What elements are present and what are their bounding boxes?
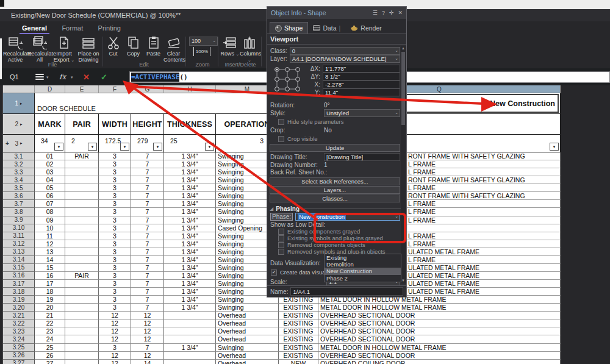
cell-mark[interactable]: 13 bbox=[35, 248, 65, 256]
cell-thickness[interactable]: 1 3/4" bbox=[164, 248, 216, 256]
phase-option-phase-2[interactable]: Phase 2 bbox=[325, 275, 401, 282]
cell-width[interactable]: 3 bbox=[99, 152, 131, 160]
cell-height[interactable]: 7 bbox=[131, 216, 164, 224]
column-title-mark[interactable]: MARK bbox=[35, 114, 65, 135]
row-number[interactable]: 3.4 bbox=[3, 176, 35, 184]
class-dropdown[interactable]: 0⌄ bbox=[290, 47, 400, 55]
row-number[interactable]: 3.27 bbox=[3, 360, 35, 364]
cell-height[interactable]: 7 bbox=[131, 184, 164, 192]
cell-height[interactable]: 7 bbox=[131, 344, 164, 352]
cell-pair[interactable] bbox=[65, 288, 99, 296]
drawing-title-field[interactable]: [Drawing Title] bbox=[324, 153, 400, 161]
place-on-drawing-button[interactable]: Place onDrawing bbox=[76, 36, 101, 63]
cut-button[interactable]: Cut bbox=[103, 36, 123, 57]
cell-width[interactable]: 3 bbox=[99, 216, 131, 224]
cell-thickness[interactable]: 1 3/4" bbox=[164, 296, 216, 304]
cell-pair[interactable]: PAIR bbox=[65, 272, 99, 280]
select-back-references-button[interactable]: Select Back References... bbox=[270, 177, 400, 185]
row-number[interactable]: 3.25 bbox=[3, 344, 35, 352]
filter-cell-height[interactable]: 279▼ bbox=[131, 135, 164, 152]
phase-option-demolition[interactable]: Demolition bbox=[325, 261, 401, 268]
cell-thickness[interactable]: 1 3/4" bbox=[164, 168, 216, 176]
phasing-section-header[interactable]: ◢ Phasing bbox=[267, 205, 406, 212]
cell-height[interactable]: 12 bbox=[131, 319, 164, 327]
row-number[interactable]: 3.12 bbox=[3, 240, 35, 248]
ribbon-tab-general[interactable]: General bbox=[20, 23, 49, 34]
column-header-d[interactable]: D bbox=[35, 85, 65, 93]
cell-phase[interactable]: EXISTING bbox=[279, 319, 318, 327]
palette-titlebar[interactable]: Object Info - Shape ☰ ? ✛ ✕ bbox=[267, 7, 406, 19]
cell-mark[interactable]: 27 bbox=[35, 360, 65, 364]
phase-dropdown[interactable]: New Construction⌄ bbox=[295, 213, 400, 221]
cell-desc[interactable]: OVERHEAD COILING DOOR bbox=[318, 360, 561, 364]
cell-height[interactable]: 7 bbox=[131, 296, 164, 304]
cell-thickness[interactable] bbox=[164, 312, 216, 319]
row-number[interactable]: 3.7 bbox=[3, 200, 35, 208]
cell-pair[interactable] bbox=[65, 280, 99, 288]
filter-button-mark[interactable]: ▼ bbox=[54, 143, 63, 151]
cell-pair[interactable] bbox=[65, 335, 99, 343]
cell-mark[interactable]: 21 bbox=[35, 312, 65, 319]
filter-button-thickness[interactable]: ▼ bbox=[205, 143, 214, 151]
cell-width[interactable]: 12 bbox=[99, 327, 131, 335]
tab-data[interactable]: Data | bbox=[308, 23, 345, 34]
zoom-fit-icon[interactable]: 100% bbox=[193, 47, 210, 56]
column-title-thickness[interactable]: THICKNESS bbox=[164, 114, 216, 135]
row-number[interactable]: 3.15 bbox=[3, 264, 35, 272]
cell-pair[interactable] bbox=[65, 200, 99, 208]
copy-button[interactable]: Copy bbox=[123, 36, 143, 57]
columns-button[interactable]: Columns ⌄ bbox=[240, 36, 259, 63]
cell-width[interactable]: 3 bbox=[99, 184, 131, 192]
cell-thickness[interactable]: 1 3/4" bbox=[164, 304, 216, 312]
cell-mark[interactable]: 15 bbox=[35, 264, 65, 272]
cell-phase[interactable]: EXISTING bbox=[279, 304, 318, 312]
cell-desc[interactable]: OVERHEAD SECTIONAL DOOR bbox=[318, 327, 561, 335]
filter-button-desc[interactable]: ▼ bbox=[550, 143, 559, 151]
cell-mark[interactable]: 09 bbox=[35, 216, 65, 224]
cell-mark[interactable]: 05 bbox=[35, 184, 65, 192]
column-header-blank[interactable] bbox=[3, 85, 35, 93]
column-title-pair[interactable]: PAIR bbox=[65, 114, 99, 135]
phase-option-new-construction[interactable]: New Construction bbox=[325, 268, 401, 274]
cell-thickness[interactable]: 1 3/4" bbox=[164, 208, 216, 216]
removed-symbols-checkbox[interactable] bbox=[278, 249, 284, 255]
column-header-e[interactable]: E bbox=[65, 85, 99, 93]
cell-operation[interactable]: Swinging bbox=[216, 344, 279, 352]
cell-pair[interactable] bbox=[65, 312, 99, 319]
help-icon[interactable]: ? bbox=[382, 10, 385, 16]
function-chevron-icon[interactable]: ▾ bbox=[71, 75, 73, 80]
cell-pair[interactable] bbox=[65, 192, 99, 200]
cell-pair[interactable] bbox=[65, 327, 99, 335]
filter-cell-pair[interactable]: 2▼ bbox=[65, 135, 99, 152]
cell-phase[interactable]: EXISTING bbox=[279, 352, 318, 360]
filter-cell-mark[interactable]: 34▼ bbox=[35, 135, 65, 152]
cell-width[interactable]: 3 bbox=[99, 160, 131, 168]
cell-mark[interactable]: 14 bbox=[35, 256, 65, 264]
cell-width[interactable]: 3 bbox=[99, 224, 131, 232]
scroll-down-icon[interactable]: ▼ bbox=[401, 278, 405, 284]
cell-pair[interactable] bbox=[65, 248, 99, 256]
cancel-formula-icon[interactable]: ✕ bbox=[83, 73, 90, 82]
cell-mark[interactable]: 18 bbox=[35, 288, 65, 296]
cell-width[interactable]: 3 bbox=[99, 208, 131, 216]
cell-thickness[interactable]: 1 3/4" bbox=[164, 216, 216, 224]
cell-width[interactable]: 3 bbox=[99, 256, 131, 264]
cell-height[interactable]: 12 bbox=[131, 352, 164, 360]
cell-desc[interactable]: OVERHEAD SECTIONAL DOOR bbox=[318, 319, 561, 327]
cell-mark[interactable]: 22 bbox=[35, 319, 65, 327]
cell-width[interactable]: 3 bbox=[99, 280, 131, 288]
cell-mark[interactable]: 26 bbox=[35, 352, 65, 360]
row-number[interactable]: 3.10 bbox=[3, 224, 35, 232]
cell-thickness[interactable]: 1 3/4" bbox=[164, 288, 216, 296]
layers-button[interactable]: Layers... bbox=[270, 186, 400, 194]
row-number[interactable]: 3.14 bbox=[3, 256, 35, 264]
cell-height[interactable]: 7 bbox=[131, 232, 164, 240]
column-header-f[interactable]: F bbox=[99, 85, 131, 93]
cell-thickness[interactable] bbox=[164, 335, 216, 343]
phase-option-existing[interactable]: Existing bbox=[325, 254, 401, 261]
cell-pair[interactable] bbox=[65, 176, 99, 184]
row-number[interactable]: 3.1 bbox=[3, 152, 35, 160]
rows-button[interactable]: Rows ⌄ bbox=[220, 36, 240, 57]
cell-pair[interactable] bbox=[65, 304, 99, 312]
cell-width[interactable]: 12 bbox=[99, 352, 131, 360]
